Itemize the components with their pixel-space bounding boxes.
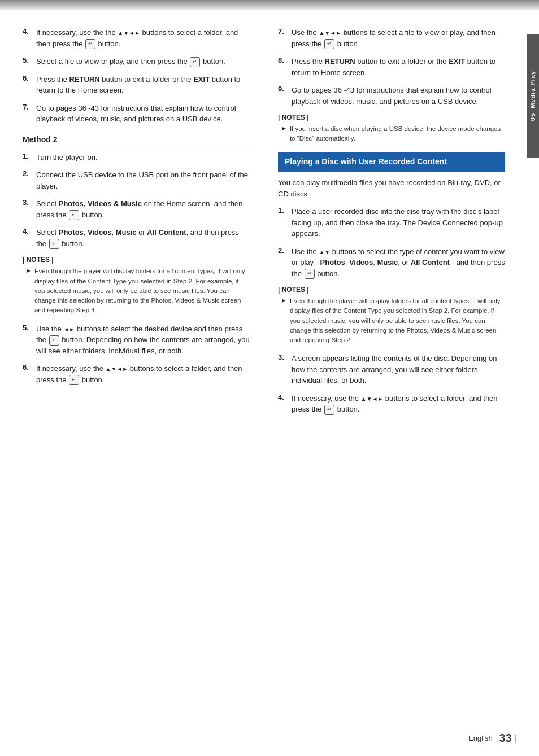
note-text: If you insert a disc when playing a USB … — [290, 124, 505, 144]
footer-lang: English — [468, 734, 493, 742]
item-num: 1. — [23, 152, 33, 163]
item-content: Use the ▲▼ buttons to select the type of… — [292, 246, 505, 279]
note-arrow: ► — [281, 297, 287, 345]
note-arrow: ► — [25, 267, 32, 315]
list-item: 7. Use the ▲▼◄► buttons to select a file… — [278, 27, 505, 49]
item-content: Select a file to view or play, and then … — [36, 56, 250, 67]
enter-button-icon: ↵ — [49, 335, 59, 346]
list-item: 5. Use the ◄► buttons to select the desi… — [23, 324, 250, 357]
note-item: ► If you insert a disc when playing a US… — [278, 124, 505, 144]
left-column: 4. If necessary, use the the ▲▼◄► button… — [23, 27, 255, 422]
note-item: ► Even though the player will display fo… — [23, 266, 250, 315]
enter-button-icon: ↵ — [324, 405, 334, 415]
right-column: 7. Use the ▲▼◄► buttons to select a file… — [272, 27, 522, 422]
list-item: 2. Use the ▲▼ buttons to select the type… — [278, 246, 505, 279]
page-number: 33 — [499, 732, 512, 745]
item-content: Select Photos, Videos & Music on the Hom… — [36, 198, 250, 220]
enter-button-icon: ↵ — [49, 239, 59, 249]
enter-button-icon: ↵ — [190, 57, 200, 67]
item-num: 4. — [23, 27, 33, 49]
notes-title: | NOTES | — [23, 256, 250, 264]
list-item: 6. Press the RETURN button to exit a fol… — [23, 74, 250, 96]
note-arrow: ► — [281, 125, 287, 144]
list-item: 3. Select Photos, Videos & Music on the … — [23, 198, 250, 220]
intro-text: You can play multimedia files you have r… — [278, 177, 505, 199]
enter-button-icon: ↵ — [305, 269, 315, 279]
item-content: Go to pages 36~43 for instructions that … — [292, 85, 505, 107]
list-item: 3. A screen appears listing the contents… — [278, 353, 505, 386]
item-num: 6. — [23, 74, 33, 96]
list-item: 9. Go to pages 36~43 for instructions th… — [278, 85, 505, 107]
enter-button-icon: ↵ — [85, 39, 95, 49]
item-content: Select Photos, Videos, Music or All Cont… — [36, 227, 250, 249]
item-num: 9. — [278, 85, 288, 107]
list-item: 5. Select a file to view or play, and th… — [23, 56, 250, 67]
method2-heading: Method 2 — [23, 135, 250, 146]
list-item: 4. If necessary, use the the ▲▼◄► button… — [23, 27, 250, 49]
list-item: 8. Press the RETURN button to exit a fol… — [278, 56, 505, 78]
item-content: Place a user recorded disc into the disc… — [292, 206, 505, 239]
item-num: 3. — [278, 353, 288, 386]
list-item: 2. Connect the USB device to the USB por… — [23, 169, 250, 191]
list-item: 6. If necessary, use the ▲▼◄► buttons to… — [23, 363, 250, 385]
footer-pipe: | — [514, 733, 516, 744]
item-content: Connect the USB device to the USB port o… — [36, 169, 250, 191]
list-item: 4. If necessary, use the ▲▼◄► buttons to… — [278, 393, 505, 415]
list-item: 1. Turn the player on. — [23, 152, 250, 163]
list-item: 4. Select Photos, Videos, Music or All C… — [23, 227, 250, 249]
top-decorative-bar — [0, 0, 539, 10]
item-content: If necessary, use the ▲▼◄► buttons to se… — [292, 393, 505, 415]
note-text: Even though the player will display fold… — [290, 296, 505, 345]
blue-section-header: Playing a Disc with User Recorded Conten… — [278, 152, 505, 172]
note-text: Even though the player will display fold… — [34, 266, 250, 315]
item-content: Press the RETURN button to exit a folder… — [292, 56, 505, 78]
item-content: Use the ▲▼◄► buttons to select a file to… — [292, 27, 505, 49]
notes-title: | NOTES | — [278, 113, 505, 121]
item-content: If necessary, use the ▲▼◄► buttons to se… — [36, 363, 250, 385]
item-content: Turn the player on. — [36, 152, 250, 163]
item-num: 5. — [23, 56, 33, 67]
footer: English 33 | — [468, 732, 516, 745]
item-content: A screen appears listing the contents of… — [292, 353, 505, 386]
list-item: 1. Place a user recorded disc into the d… — [278, 206, 505, 239]
enter-button-icon: ↵ — [69, 210, 79, 220]
item-num: 3. — [23, 198, 33, 220]
item-num: 1. — [278, 206, 288, 239]
enter-button-icon: ↵ — [324, 39, 334, 49]
item-num: 2. — [23, 169, 33, 191]
item-content: Go to pages 36~43 for instructions that … — [36, 103, 250, 125]
note-item: ► Even though the player will display fo… — [278, 296, 505, 345]
item-content: If necessary, use the the ▲▼◄► buttons t… — [36, 27, 250, 49]
notes-block-2: | NOTES | ► If you insert a disc when pl… — [278, 113, 505, 144]
item-num: 2. — [278, 246, 288, 279]
item-num: 7. — [23, 103, 33, 125]
item-num: 6. — [23, 363, 33, 385]
notes-block-1: | NOTES | ► Even though the player will … — [23, 256, 250, 315]
section-title: Playing a Disc with User Recorded Conten… — [285, 157, 447, 166]
item-num: 5. — [23, 324, 33, 357]
item-content: Use the ◄► buttons to select the desired… — [36, 324, 250, 357]
notes-title: | NOTES | — [278, 286, 505, 294]
item-content: Press the RETURN button to exit a folder… — [36, 74, 250, 96]
chapter-side-tab: 05 Media Play — [527, 34, 539, 158]
enter-button-icon: ↵ — [69, 375, 79, 385]
item-num: 4. — [278, 393, 288, 415]
item-num: 7. — [278, 27, 288, 49]
item-num: 8. — [278, 56, 288, 78]
item-num: 4. — [23, 227, 33, 249]
list-item: 7. Go to pages 36~43 for instructions th… — [23, 103, 250, 125]
notes-block-3: | NOTES | ► Even though the player will … — [278, 286, 505, 345]
side-tab-text: 05 Media Play — [529, 71, 536, 121]
